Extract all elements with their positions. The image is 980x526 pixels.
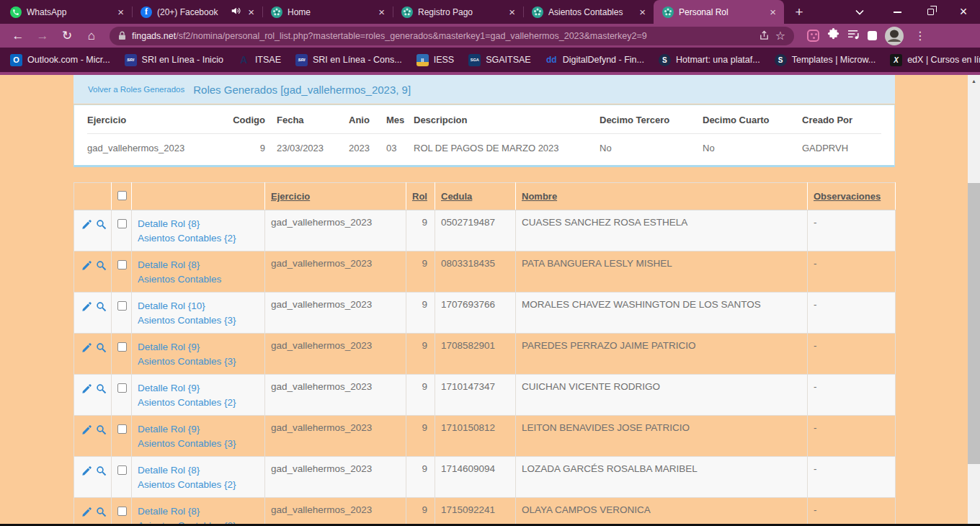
tab-audio-icon[interactable] [231,6,241,18]
browser-tab[interactable]: WhatsApp× [1,0,132,24]
browser-tab[interactable]: Home× [262,0,393,24]
minimize-button[interactable] [881,0,914,24]
row-checkbox[interactable] [117,465,127,475]
detalle-rol-link[interactable]: Detalle Rol {9} [138,381,259,396]
home-button[interactable]: ⌂ [81,26,102,46]
back-to-roles-link[interactable]: Volver a Roles Generados [88,85,184,94]
reload-button[interactable]: ↻ [56,26,78,46]
asientos-contables-link[interactable]: Asientos Contables [138,272,259,287]
forward-button[interactable]: → [32,26,53,46]
row-checkbox[interactable] [117,260,127,269]
bookmark-item[interactable]: Outlook.com - Micr... [10,54,110,66]
asientos-contables-link[interactable]: Asientos Contables {3} [138,313,259,328]
profile-avatar[interactable] [885,27,904,45]
row-checkbox-cell [112,251,132,293]
edit-pencil-icon[interactable] [81,465,92,478]
extensions-puzzle-icon[interactable] [827,28,839,43]
view-magnifier-icon[interactable] [96,342,107,355]
tab-close-icon[interactable]: × [115,6,126,17]
scrollbar-thumb[interactable] [968,183,980,464]
edit-pencil-icon[interactable] [81,260,92,273]
bookmark-item[interactable]: SRI en Línea - Inicio [125,54,223,66]
whatsapp-favicon-icon [10,6,22,18]
view-magnifier-icon[interactable] [96,260,107,273]
view-magnifier-icon[interactable] [96,383,107,396]
detalle-rol-link[interactable]: Detalle Rol {8} [138,217,259,231]
asientos-contables-link[interactable]: Asientos Contables {2} [138,231,259,246]
bookmark-item[interactable]: Templates | Microw... [775,54,876,66]
tab-close-icon[interactable]: × [507,6,517,17]
row-checkbox[interactable] [117,424,127,434]
bookmark-item[interactable]: DigitalDefynd - Fin... [545,54,644,66]
view-magnifier-icon[interactable] [96,219,107,232]
bookmark-item[interactable]: edX | Cursos en líne... [890,54,980,66]
edit-pencil-icon[interactable] [81,219,92,232]
asientos-contables-link[interactable]: Asientos Contables {3} [138,437,259,451]
bookmark-item[interactable]: ITSAE [238,54,281,66]
reading-list-icon[interactable] [847,29,860,43]
extension-pink-icon[interactable] [807,30,819,42]
view-magnifier-icon[interactable] [96,507,107,520]
edit-pencil-icon[interactable] [81,301,92,314]
row-checkbox[interactable] [117,301,127,311]
master-header-cell: Descripcion [414,115,600,125]
tab-close-icon[interactable]: × [637,6,648,17]
asientos-contables-link[interactable]: Asientos Contables {2} [138,396,259,410]
row-checkbox[interactable] [117,219,127,228]
cedula-cell: 1715092241 [435,498,516,525]
row-checkbox[interactable] [117,507,127,516]
tab-close-icon[interactable]: × [246,6,257,17]
tab-close-icon[interactable]: × [767,6,778,17]
view-magnifier-icon[interactable] [96,301,107,314]
close-window-button[interactable]: × [947,0,980,24]
observaciones-cell: - [808,293,896,334]
browser-tab[interactable]: f(20+) Facebook× [132,0,262,24]
detalle-rol-link[interactable]: Detalle Rol {8} [138,258,259,272]
facebook-favicon-icon: f [141,6,152,18]
edit-pencil-icon[interactable] [81,507,92,520]
view-magnifier-icon[interactable] [96,465,107,478]
select-all-checkbox[interactable] [117,191,127,200]
detalle-rol-link[interactable]: Detalle Rol {9} [138,422,259,437]
master-value-cell: 03 [386,143,414,153]
tab-close-icon[interactable]: × [376,6,387,17]
bookmark-item[interactable]: Hotmart: una plataf... [659,54,760,66]
edit-pencil-icon[interactable] [81,383,92,396]
vertical-scrollbar[interactable]: ▲ [968,75,980,524]
back-button[interactable]: ← [7,26,29,46]
detalle-rol-link[interactable]: Detalle Rol {10} [138,299,259,313]
personnel-table-header-row: EjercicioRolCedulaNombreObservaciones [74,183,896,210]
bookmark-star-icon[interactable]: ☆ [775,29,785,43]
row-checkbox[interactable] [117,342,127,352]
scroll-up-arrow-icon[interactable]: ▲ [968,75,980,87]
row-action-icons [80,258,105,273]
page-content: Volver a Roles Generados Roles Generados… [0,75,980,524]
detalle-rol-link[interactable]: Detalle Rol {8} [138,504,259,519]
asientos-contables-link[interactable]: Asientos Contables {2} [138,478,259,492]
address-bar[interactable]: fingads.net/sf2/nomina/personal_rol_list… [110,27,794,45]
asientos-contables-link[interactable]: Asientos Contables {2} [138,519,259,524]
bookmark-item[interactable]: SGAITSAE [468,54,531,66]
detalle-rol-link[interactable]: Detalle Rol {9} [138,340,259,355]
side-panel-icon[interactable] [868,31,877,40]
table-row: Detalle Rol {8}Asientos Contables {2}gad… [74,210,896,251]
new-tab-button[interactable]: + [788,2,810,22]
detalle-rol-link[interactable]: Detalle Rol {8} [138,463,259,478]
asientos-contables-link[interactable]: Asientos Contables {3} [138,355,259,369]
view-magnifier-icon[interactable] [96,424,107,437]
column-header: Nombre [516,183,808,210]
browser-menu-icon[interactable]: ⋮ [912,29,929,43]
bookmark-item[interactable]: SRI en Línea - Cons... [295,54,402,66]
row-checkbox[interactable] [117,383,127,393]
bookmark-item[interactable]: IESS [416,54,455,66]
share-icon[interactable] [759,30,770,41]
browser-tab[interactable]: Personal Rol× [654,0,784,24]
edit-pencil-icon[interactable] [81,424,92,437]
edit-pencil-icon[interactable] [81,342,92,355]
browser-tab[interactable]: Asientos Contables× [523,0,654,24]
tab-search-chevron-icon[interactable] [843,0,876,24]
row-actions-cell [74,375,112,416]
restore-button[interactable] [914,0,947,24]
browser-tab[interactable]: Registro Pago× [393,0,523,24]
ejercicio-cell: gad_vallehermos_2023 [265,251,406,293]
